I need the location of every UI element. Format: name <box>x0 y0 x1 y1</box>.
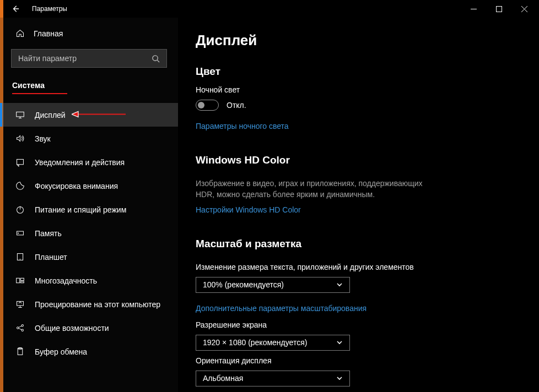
titlebar: Параметры <box>0 0 539 18</box>
red-arrow-annotation <box>72 110 127 120</box>
svg-rect-5 <box>17 159 24 164</box>
sidebar-home[interactable]: Главная <box>0 18 178 46</box>
night-light-toggle[interactable] <box>196 100 219 111</box>
chevron-down-icon <box>336 281 343 288</box>
clipboard-icon <box>15 347 25 356</box>
orientation-dropdown[interactable]: Альбомная <box>196 371 350 386</box>
red-underline-annotation <box>12 93 67 94</box>
sound-icon <box>15 134 25 143</box>
chevron-down-icon <box>336 375 343 382</box>
minimize-icon <box>471 6 477 12</box>
sidebar-item-focus[interactable]: Фокусировка внимания <box>0 174 178 198</box>
sidebar-item-shared[interactable]: Общие возможности <box>0 316 178 340</box>
power-icon <box>15 205 25 214</box>
display-icon <box>15 110 25 119</box>
multitask-icon <box>15 276 25 285</box>
sidebar-item-label: Питание и спящий режим <box>35 205 126 214</box>
storage-icon <box>15 228 25 238</box>
shared-icon <box>15 323 25 333</box>
close-button[interactable] <box>511 0 537 18</box>
hd-color-settings-link[interactable]: Настройки Windows HD Color <box>196 205 521 214</box>
settings-window: Параметры Главная Найти параметр Система <box>0 0 539 392</box>
orientation-value: Альбомная <box>203 374 243 383</box>
night-light-label: Ночной свет <box>196 85 521 94</box>
resolution-label: Разрешение экрана <box>196 320 521 329</box>
sidebar-category: Система <box>0 75 178 96</box>
sidebar-item-display[interactable]: Дисплей <box>0 103 178 127</box>
scale-label: Изменение размера текста, приложений и д… <box>196 263 521 271</box>
svg-point-16 <box>21 329 23 331</box>
sidebar-item-projecting[interactable]: Проецирование на этот компьютер <box>0 292 178 316</box>
tablet-icon <box>15 252 25 262</box>
resolution-value: 1920 × 1080 (рекомендуется) <box>203 338 307 347</box>
section-color: Цвет <box>196 66 521 78</box>
svg-rect-11 <box>20 278 24 280</box>
sidebar-home-label: Главная <box>34 29 63 38</box>
sidebar-item-storage[interactable]: Память <box>0 221 178 245</box>
sidebar-item-label: Фокусировка внимания <box>35 182 118 190</box>
sidebar-item-label: Планшет <box>35 253 67 262</box>
sidebar-item-notifications[interactable]: Уведомления и действия <box>0 150 178 174</box>
svg-rect-10 <box>17 278 20 283</box>
sidebar-item-multitask[interactable]: Многозадачность <box>0 269 178 292</box>
advanced-scaling-link[interactable]: Дополнительные параметры масштабирования <box>196 304 521 313</box>
svg-rect-2 <box>17 112 24 117</box>
night-light-state: Откл. <box>227 101 246 110</box>
scale-dropdown[interactable]: 100% (рекомендуется) <box>196 277 350 293</box>
notification-icon <box>15 157 25 167</box>
sidebar-item-label: Память <box>35 229 62 238</box>
search-placeholder: Найти параметр <box>18 54 77 63</box>
sidebar-item-clipboard[interactable]: Буфер обмена <box>0 340 178 363</box>
sidebar-item-power[interactable]: Питание и спящий режим <box>0 198 178 221</box>
arrow-left-icon <box>12 5 19 13</box>
sidebar-item-label: Общие возможности <box>35 324 109 333</box>
titlebar-left: Параметры <box>10 3 67 14</box>
svg-point-15 <box>21 325 23 326</box>
projecting-icon <box>15 300 25 309</box>
sidebar-item-sound[interactable]: Звук <box>0 127 178 150</box>
sidebar-item-label: Уведомления и действия <box>35 158 125 167</box>
svg-point-8 <box>18 233 19 233</box>
section-hd-color: Windows HD Color <box>196 154 521 166</box>
main-content: Дисплей Цвет Ночной свет Откл. Параметры… <box>178 18 539 392</box>
svg-point-14 <box>17 327 19 329</box>
sidebar-nav: Дисплей Звук Уведомления и действия Фоку… <box>0 103 178 363</box>
hd-color-description: Изображение в видео, играх и приложениях… <box>196 178 433 200</box>
window-controls <box>461 0 537 18</box>
sidebar-item-label: Многозадачность <box>35 276 97 285</box>
back-button[interactable] <box>10 3 21 14</box>
night-light-toggle-row: Откл. <box>196 100 521 111</box>
scale-value: 100% (рекомендуется) <box>203 280 284 289</box>
sidebar-item-label: Буфер обмена <box>35 347 87 356</box>
search-input[interactable]: Найти параметр <box>11 49 167 68</box>
sidebar-item-label: Проецирование на этот компьютер <box>35 300 160 309</box>
resolution-dropdown[interactable]: 1920 × 1080 (рекомендуется) <box>196 335 350 351</box>
svg-rect-12 <box>20 281 24 283</box>
sidebar-item-tablet[interactable]: Планшет <box>0 245 178 269</box>
page-title: Дисплей <box>196 32 521 49</box>
night-light-settings-link[interactable]: Параметры ночного света <box>196 122 521 130</box>
svg-marker-4 <box>72 111 78 117</box>
maximize-button[interactable] <box>486 0 511 18</box>
svg-point-1 <box>153 55 158 60</box>
sidebar-item-label: Звук <box>35 134 51 143</box>
orientation-label: Ориентация дисплея <box>196 356 521 365</box>
maximize-icon <box>496 6 502 12</box>
focus-icon <box>15 181 25 190</box>
home-icon <box>15 29 25 38</box>
window-title: Параметры <box>32 5 67 13</box>
search-icon <box>152 55 160 63</box>
minimize-button[interactable] <box>461 0 486 18</box>
chevron-down-icon <box>336 339 343 346</box>
sidebar-item-label: Дисплей <box>35 111 66 119</box>
close-icon <box>521 6 527 12</box>
sidebar: Главная Найти параметр Система Дисплей <box>0 18 178 392</box>
section-scale: Масштаб и разметка <box>196 238 521 250</box>
svg-rect-0 <box>496 6 502 12</box>
